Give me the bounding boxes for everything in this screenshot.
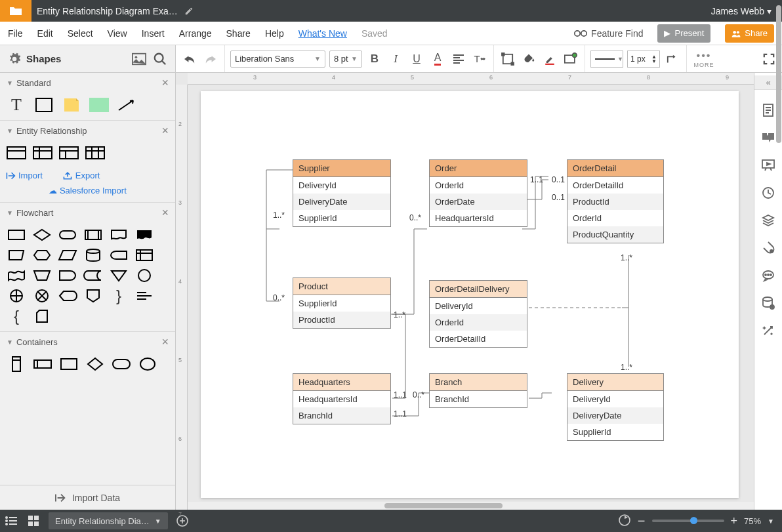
fc-display[interactable]	[58, 289, 77, 303]
fc-doc2[interactable]	[134, 228, 154, 242]
sync-icon[interactable]	[618, 514, 631, 529]
entity-orderdetail[interactable]: OrderDetail OrderDetailId ProductId Orde…	[567, 159, 664, 243]
menu-whatsnew[interactable]: What's New	[298, 28, 347, 39]
user-menu[interactable]: James Webb ▾	[701, 6, 782, 16]
cont-circle[interactable]	[138, 357, 157, 371]
section-flowchart[interactable]: ▼Flowchart×	[0, 203, 175, 222]
border-color-button[interactable]	[541, 51, 558, 68]
er-shape-4[interactable]	[85, 146, 105, 160]
outline-view-icon[interactable]	[0, 510, 22, 532]
fc-brace-l[interactable]: {	[7, 309, 26, 323]
cont-diamond[interactable]	[85, 357, 105, 371]
fc-note[interactable]	[134, 289, 154, 303]
fc-db[interactable]	[83, 248, 103, 262]
arrow-shape[interactable]	[117, 98, 136, 112]
share-button[interactable]: Share	[725, 24, 774, 43]
layers-icon[interactable]	[761, 213, 775, 228]
fc-or[interactable]	[7, 289, 26, 303]
history-icon[interactable]	[761, 186, 775, 200]
grid-view-icon[interactable]	[22, 510, 45, 532]
text-color-button[interactable]: A	[429, 51, 446, 68]
fc-merge[interactable]	[109, 268, 129, 283]
fc-offpage[interactable]	[83, 289, 103, 303]
comments-icon[interactable]	[761, 131, 775, 145]
fc-internal[interactable]	[134, 248, 154, 262]
fc-stored[interactable]	[83, 268, 103, 283]
entity-order[interactable]: Order OrderId OrderDate HeadquartersId	[429, 159, 527, 227]
er-shape-2[interactable]	[33, 146, 52, 160]
more-button[interactable]: •••MORE	[692, 50, 716, 68]
import-data-button[interactable]: Import Data	[0, 485, 175, 510]
fc-rect[interactable]	[7, 228, 26, 242]
document-title[interactable]: Entity Relationship Diagram Exa…	[37, 6, 178, 16]
fc-terminator[interactable]	[58, 228, 77, 242]
page[interactable]: Supplier DeliveryId DeliveryDate Supplie…	[201, 91, 739, 498]
menu-view[interactable]: View	[108, 28, 127, 39]
close-icon[interactable]: ×	[161, 206, 169, 220]
menu-arrange[interactable]: Arrange	[179, 28, 212, 39]
gear-icon[interactable]	[8, 52, 21, 66]
edit-title-icon[interactable]	[184, 7, 194, 16]
section-containers[interactable]: ▼Containers×	[0, 332, 175, 352]
image-icon[interactable]	[132, 52, 146, 66]
folder-icon[interactable]	[0, 0, 31, 22]
zoom-level[interactable]: 75%	[744, 516, 761, 526]
data-icon[interactable]	[761, 296, 775, 310]
bold-button[interactable]: B	[366, 51, 383, 68]
zoom-in-button[interactable]: +	[731, 514, 738, 528]
er-shape-1[interactable]	[7, 146, 26, 160]
menu-help[interactable]: Help	[265, 28, 284, 39]
note-shape[interactable]	[62, 98, 81, 112]
close-icon[interactable]: ×	[161, 76, 169, 90]
block-shape[interactable]	[89, 98, 109, 112]
fill-button[interactable]	[520, 51, 537, 68]
fc-diamond[interactable]	[32, 228, 52, 242]
entity-delivery[interactable]: Delivery DeliveryId DeliveryDate Supplie…	[567, 373, 664, 441]
chat-icon[interactable]	[761, 268, 775, 283]
fc-brace-r[interactable]: }	[109, 289, 129, 303]
zoom-out-button[interactable]: −	[638, 514, 646, 529]
feature-find[interactable]: Feature Find	[574, 28, 643, 39]
cont-lane-h[interactable]	[33, 357, 52, 371]
entity-odd[interactable]: OrderDetailDelivery DeliveryId OrderId O…	[429, 280, 527, 348]
present-panel-icon[interactable]	[761, 158, 775, 173]
cont-rect[interactable]	[59, 357, 79, 371]
salesforce-import-link[interactable]: ☁ Salesforce Import	[0, 186, 175, 202]
canvas[interactable]: Supplier DeliveryId DeliveryDate Supplie…	[188, 85, 754, 510]
fc-io[interactable]	[109, 248, 129, 262]
present-button[interactable]: ▶Present	[657, 24, 710, 43]
menu-select[interactable]: Select	[68, 28, 93, 39]
fc-manual[interactable]	[7, 248, 26, 262]
section-er[interactable]: ▼Entity Relationship×	[0, 121, 175, 140]
fc-doc[interactable]	[109, 228, 129, 242]
line-route-button[interactable]	[664, 51, 681, 68]
line-width-select[interactable]: 1 px▲▼	[627, 51, 660, 68]
page-settings-icon[interactable]	[761, 103, 775, 117]
horizontal-scrollbar[interactable]	[188, 502, 754, 510]
er-shape-3[interactable]	[59, 146, 79, 160]
underline-button[interactable]: U	[408, 51, 425, 68]
shape-mode-button[interactable]	[499, 51, 516, 68]
italic-button[interactable]: I	[387, 51, 404, 68]
rect-shape[interactable]	[34, 98, 54, 112]
entity-hq[interactable]: Headquarters HeadquartersId BranchId	[293, 373, 391, 424]
close-icon[interactable]: ×	[161, 335, 169, 349]
cont-pill[interactable]	[112, 357, 131, 371]
menu-file[interactable]: File	[8, 28, 23, 39]
cont-lane-v[interactable]	[7, 357, 26, 371]
search-icon[interactable]	[153, 52, 167, 66]
menu-edit[interactable]: Edit	[37, 28, 53, 39]
zoom-slider[interactable]	[652, 520, 724, 522]
entity-product[interactable]: Product SupplierId ProductId	[293, 277, 391, 329]
close-icon[interactable]: ×	[161, 124, 169, 138]
entity-branch[interactable]: Branch BranchId	[429, 373, 527, 408]
fc-card[interactable]	[32, 309, 52, 323]
entity-supplier[interactable]: Supplier DeliveryId DeliveryDate Supplie…	[293, 159, 391, 227]
add-page-button[interactable]	[173, 512, 192, 530]
page-tab[interactable]: Entity Relationship Dia…▼	[49, 512, 168, 529]
theme-icon[interactable]	[761, 241, 775, 255]
import-link[interactable]: Import	[5, 171, 43, 180]
fc-delay[interactable]	[58, 268, 77, 283]
fc-hex[interactable]	[32, 248, 52, 262]
magic-icon[interactable]	[761, 323, 775, 338]
